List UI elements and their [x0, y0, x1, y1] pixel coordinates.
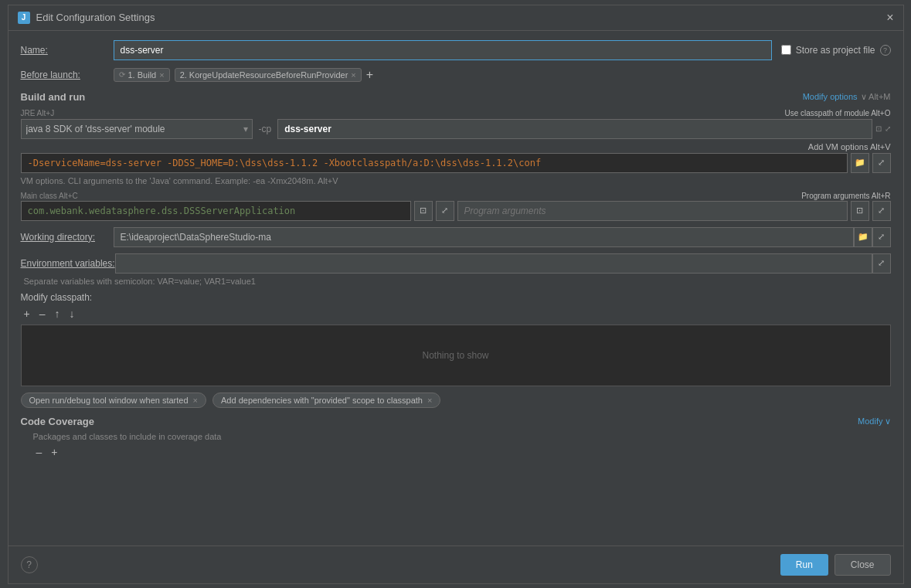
prog-args-browse-icon[interactable]: ⊡: [851, 201, 869, 221]
working-dir-row: Working directory: 📁 ⤢: [21, 227, 891, 247]
edit-config-dialog: J Edit Configuration Settings × Name: St…: [8, 5, 904, 584]
dialog-title: Edit Configuration Settings: [36, 12, 155, 23]
before-launch-tags: ⟳ 1. Build × 2. KorgeUpdateResourceBefor…: [114, 68, 374, 82]
classpath-remove-button[interactable]: –: [36, 306, 49, 321]
badge-close-1[interactable]: ×: [427, 396, 432, 405]
env-vars-input[interactable]: [115, 253, 872, 274]
code-coverage-title: Code Coverage: [21, 416, 94, 427]
sdk-select[interactable]: java 8 SDK of 'dss-server' module: [21, 119, 253, 139]
jre-hint-row: JRE Alt+J Use classpath of module Alt+O: [21, 109, 891, 117]
help-button[interactable]: ?: [21, 556, 38, 573]
before-launch-tag-0: ⟳ 1. Build ×: [114, 68, 170, 82]
coverage-toolbar: – +: [33, 444, 891, 460]
footer-buttons: Run Close: [780, 554, 891, 576]
code-coverage-modify-link[interactable]: Modify: [858, 416, 882, 426]
prog-args-hint: Program arguments Alt+R: [801, 192, 890, 200]
badge-1: Add dependencies with "provided" scope t…: [212, 393, 440, 408]
main-prog-row: ⊡ ⤢ ⊡ ⤢: [21, 201, 891, 221]
classpath-section: Modify classpath: + – ↑ ↓ Nothing to sho…: [21, 292, 891, 386]
cp-expand-icon[interactable]: ⊡: [875, 124, 882, 133]
badges-row: Open run/debug tool window when started …: [21, 393, 891, 408]
name-field-row: Name: Store as project file ?: [21, 40, 891, 60]
cp-value: dss-server: [284, 124, 331, 134]
working-dir-expand-icon[interactable]: ⤢: [872, 227, 891, 247]
cp-label: -cp: [256, 124, 275, 134]
cp-value-field: dss-server: [277, 119, 872, 139]
working-dir-input[interactable]: [114, 227, 854, 247]
nothing-to-show: Nothing to show: [422, 350, 488, 361]
before-launch-row: Before launch: ⟳ 1. Build × 2. KorgeUpda…: [21, 68, 891, 82]
build-icon: ⟳: [119, 70, 125, 79]
jre-hint: JRE Alt+J: [21, 109, 55, 117]
env-vars-hint: Separate variables with semicolon: VAR=v…: [24, 277, 891, 286]
classpath-toolbar: + – ↑ ↓: [21, 306, 891, 321]
code-coverage-header: Code Coverage Modify ∨: [21, 416, 891, 427]
before-launch-label: Before launch:: [21, 70, 114, 80]
working-dir-folder-icon[interactable]: 📁: [854, 227, 872, 247]
main-class-input[interactable]: [21, 201, 411, 221]
tag-label-0: 1. Build: [128, 70, 157, 80]
tag-close-1[interactable]: ×: [351, 70, 355, 80]
before-launch-tag-1: 2. KorgeUpdateResourceBeforeRunProvider …: [175, 68, 362, 82]
dialog-close-button[interactable]: ×: [886, 12, 893, 24]
vm-options-expand-icon[interactable]: ⤢: [872, 153, 891, 173]
close-button[interactable]: Close: [835, 554, 891, 576]
tag-close-0[interactable]: ×: [159, 70, 164, 80]
main-class-expand-icon[interactable]: ⤢: [436, 201, 454, 221]
badge-0: Open run/debug tool window when started …: [21, 393, 207, 408]
coverage-description: Packages and classes to include in cover…: [33, 432, 891, 441]
name-input-wrapper: Store as project file ?: [114, 40, 891, 60]
name-input[interactable]: [114, 40, 772, 60]
main-prog-hints: Main class Alt+C Program arguments Alt+R: [21, 192, 891, 200]
classpath-add-button[interactable]: +: [21, 306, 33, 321]
classpath-up-button[interactable]: ↑: [51, 306, 63, 321]
badge-label-1: Add dependencies with "provided" scope t…: [221, 396, 423, 405]
vm-hint: VM options. CLI arguments to the 'Java' …: [21, 176, 891, 185]
title-bar: J Edit Configuration Settings ×: [8, 5, 903, 31]
build-run-header: Build and run Modify options ∨ Alt+M: [21, 91, 891, 103]
badge-close-0[interactable]: ×: [193, 396, 198, 405]
working-dir-label: Working directory:: [21, 232, 114, 243]
classpath-down-button[interactable]: ↓: [66, 306, 77, 321]
before-launch-add-button[interactable]: +: [366, 69, 373, 81]
code-coverage-modify-wrapper: Modify ∨: [858, 416, 890, 427]
vm-options-row: 📁 ⤢: [21, 153, 891, 173]
modify-options-shortcut: ∨ Alt+M: [861, 92, 891, 102]
store-project-checkbox[interactable]: [781, 45, 791, 55]
name-label: Name:: [21, 45, 114, 56]
app-icon: J: [18, 12, 30, 24]
add-vm-options-hint[interactable]: Add VM options Alt+V: [808, 142, 891, 151]
coverage-add-button[interactable]: +: [48, 444, 60, 460]
dialog-footer: ? Run Close: [8, 546, 903, 583]
classpath-label: Modify classpath:: [21, 292, 891, 303]
classpath-area: Nothing to show: [21, 325, 891, 386]
use-cp-hint: Use classpath of module Alt+O: [784, 109, 890, 117]
dialog-content: Name: Store as project file ? Before lau…: [8, 31, 903, 546]
modify-options-wrapper: Modify options ∨ Alt+M: [803, 92, 891, 102]
sdk-cp-row: java 8 SDK of 'dss-server' module -cp ds…: [21, 119, 891, 139]
coverage-remove-button[interactable]: –: [33, 444, 46, 460]
cp-expand2-icon[interactable]: ⤢: [885, 124, 891, 133]
vm-options-file-icon[interactable]: 📁: [851, 153, 869, 173]
run-button[interactable]: Run: [780, 554, 828, 576]
badge-label-0: Open run/debug tool window when started: [29, 396, 189, 405]
env-vars-label: Environment variables:: [21, 258, 115, 269]
modify-options-link[interactable]: Modify options: [803, 92, 858, 101]
code-coverage-modify-chevron: ∨: [885, 416, 891, 427]
title-bar-left: J Edit Configuration Settings: [18, 12, 155, 24]
store-project-help-icon[interactable]: ?: [880, 45, 891, 56]
env-vars-row: Environment variables: ⤢: [21, 253, 891, 274]
sdk-select-wrapper: java 8 SDK of 'dss-server' module: [21, 119, 253, 139]
tag-label-1: 2. KorgeUpdateResourceBeforeRunProvider: [180, 70, 348, 80]
env-vars-expand-icon[interactable]: ⤢: [872, 253, 891, 274]
main-class-browse-icon[interactable]: ⊡: [414, 201, 433, 221]
prog-args-input[interactable]: [457, 201, 848, 221]
store-project-row: Store as project file ?: [781, 45, 891, 56]
build-run-title: Build and run: [21, 91, 86, 103]
main-class-hint: Main class Alt+C: [21, 192, 78, 200]
prog-args-expand-icon[interactable]: ⤢: [872, 201, 891, 221]
vm-options-input[interactable]: [21, 153, 848, 173]
store-project-label: Store as project file: [796, 45, 875, 56]
